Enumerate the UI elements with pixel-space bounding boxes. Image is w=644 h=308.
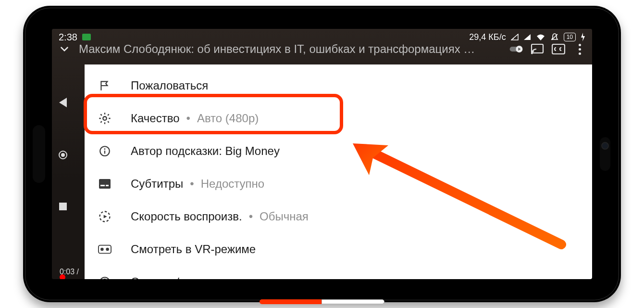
menu-item-report[interactable]: Пожаловаться — [85, 69, 592, 102]
bottom-accent — [260, 299, 384, 304]
menu-item-captions[interactable]: Субтитры • Недоступно — [85, 167, 592, 200]
menu-label: Пожаловаться — [131, 79, 208, 92]
menu-item-speed[interactable]: Скорость воспроизв. • Обычная — [85, 200, 592, 233]
status-net-speed: 29,4 КБ/с — [469, 32, 506, 42]
status-clock: 2:38 — [59, 32, 77, 43]
flag-icon — [98, 79, 111, 92]
svg-rect-11 — [99, 179, 111, 189]
subtitles-icon — [98, 177, 111, 191]
info-icon — [98, 144, 111, 158]
status-app-icon — [82, 34, 91, 40]
front-camera — [600, 137, 610, 171]
nav-home-button[interactable] — [59, 151, 67, 159]
dnd-icon — [550, 33, 559, 41]
signal-secondary-icon — [511, 34, 519, 40]
menu-value: Обычная — [260, 210, 309, 223]
options-sheet: Пожаловаться Качество • Авто (480р) Авто… — [85, 64, 592, 279]
scrubber-handle[interactable] — [60, 274, 65, 279]
status-bar: 2:38 29,4 КБ/с 10 — [52, 29, 592, 45]
svg-point-16 — [100, 248, 104, 251]
svg-point-0 — [512, 38, 513, 39]
wifi-icon — [536, 33, 545, 41]
svg-point-5 — [531, 52, 533, 54]
speed-icon — [98, 210, 111, 223]
battery-indicator: 10 — [564, 33, 576, 41]
separator-dot: • — [186, 112, 190, 125]
vr-icon — [98, 243, 111, 256]
menu-label: Качество — [131, 112, 179, 125]
menu-item-cards[interactable]: Автор подсказки: Big Money — [85, 135, 592, 167]
svg-point-17 — [106, 248, 109, 251]
help-icon — [98, 275, 111, 279]
menu-item-help[interactable]: Справка/отзыв — [85, 266, 592, 279]
system-nav — [59, 98, 67, 210]
signal-icon — [523, 34, 531, 40]
menu-label: Справка/отзыв — [131, 275, 211, 279]
svg-rect-13 — [106, 185, 109, 186]
menu-item-vr[interactable]: Смотреть в VR-режиме — [85, 233, 592, 266]
menu-item-quality[interactable]: Качество • Авто (480р) — [85, 102, 592, 135]
menu-value: Недоступно — [201, 177, 264, 191]
svg-point-9 — [104, 148, 106, 150]
gear-icon — [98, 112, 111, 125]
menu-label: Смотреть в VR-режиме — [131, 243, 256, 256]
charging-icon — [581, 33, 585, 41]
separator-dot: • — [190, 177, 194, 191]
svg-rect-10 — [104, 151, 105, 154]
svg-rect-15 — [99, 245, 111, 254]
menu-value: Авто (480р) — [197, 112, 259, 125]
svg-rect-12 — [100, 185, 105, 186]
phone-frame: 2:38 29,4 КБ/с 10 — [23, 6, 621, 302]
menu-label: Субтитры — [131, 177, 183, 191]
nav-back-button[interactable] — [59, 98, 67, 107]
separator-dot: • — [249, 210, 253, 223]
svg-point-7 — [103, 116, 106, 120]
screen: 2:38 29,4 КБ/с 10 — [52, 29, 592, 279]
menu-label: Скорость воспроизв. — [131, 210, 242, 223]
speaker-grille — [33, 125, 45, 183]
nav-recents-button[interactable] — [59, 203, 67, 210]
menu-label: Автор подсказки: Big Money — [131, 144, 280, 158]
